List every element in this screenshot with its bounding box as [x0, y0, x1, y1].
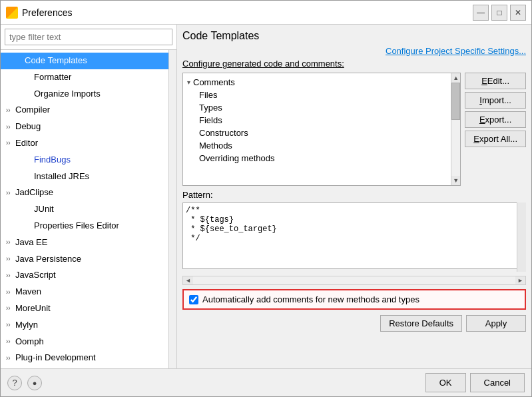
pattern-scrollbar — [517, 202, 526, 272]
configure-text: Configure generated code and comments: — [182, 59, 526, 69]
sidebar-item-label: Formatter — [34, 71, 71, 85]
search-input[interactable] — [5, 29, 172, 45]
configure-rest: generated code and comments: — [220, 59, 344, 69]
sidebar-item-properties-files-editor[interactable]: Properties Files Editor — [1, 218, 168, 234]
pattern-wrapper: /** * ${tags} * ${see_to_target} */ — [182, 202, 526, 272]
sidebar-item-mylyn[interactable]: › Mylyn — [1, 317, 168, 334]
configure-underline: Configure — [182, 59, 220, 69]
title-bar: Preferences — □ ✕ — [1, 1, 531, 25]
sidebar-item-label: Editor — [15, 137, 38, 151]
sidebar-item-java-persistence[interactable]: › Java Persistence — [1, 251, 168, 268]
cancel-button[interactable]: Cancel — [470, 373, 525, 392]
restore-defaults-button[interactable]: Restore Defaults — [380, 315, 462, 332]
sidebar-item-moreunit[interactable]: › MoreUnit — [1, 300, 168, 317]
left-panel: Code Templates Formatter Organize Import… — [1, 25, 177, 368]
sidebar-item-label: Mylyn — [15, 318, 38, 332]
edit-button[interactable]: EEdit... — [465, 73, 526, 89]
left-scrollbar — [168, 50, 176, 368]
sidebar-item-label: Plug-in Development — [15, 351, 96, 365]
sidebar-item-maven[interactable]: › Maven — [1, 284, 168, 300]
tree-expand-icon: › — [6, 303, 15, 314]
maximize-button[interactable]: □ — [491, 5, 507, 21]
window-controls: — □ ✕ — [473, 5, 526, 21]
export-all-button[interactable]: Export All... — [465, 131, 526, 147]
configure-project-link[interactable]: Configure Project Specific Settings... — [182, 46, 526, 56]
tree-expand-icon: › — [6, 336, 15, 347]
footer-icons: ? ● — [7, 376, 42, 390]
sidebar-item-debug[interactable]: › Debug — [1, 119, 168, 135]
tmpl-item-files[interactable]: Files — [183, 89, 451, 101]
template-tree-content: ▾ Comments Files Types Fields — [183, 73, 451, 185]
sidebar-item-findbugs[interactable]: FindBugs — [1, 152, 168, 169]
search-box — [1, 25, 176, 50]
main-content: Code Templates Formatter Organize Import… — [1, 25, 531, 368]
pattern-line-3: * ${see_to_target} — [186, 224, 513, 234]
bottom-buttons: Restore Defaults Apply — [182, 315, 526, 332]
tree-expand-icon: › — [6, 287, 15, 298]
tree-expand-icon: › — [6, 320, 15, 330]
sidebar-item-organize-imports[interactable]: Organize Imports — [1, 86, 168, 103]
tmpl-group-label: Comments — [193, 77, 235, 87]
tmpl-item-label: Constructors — [199, 128, 248, 138]
tmpl-group-comments[interactable]: ▾ Comments — [183, 76, 451, 89]
tmpl-item-types[interactable]: Types — [183, 101, 451, 114]
tmpl-collapse-icon: ▾ — [187, 79, 190, 86]
apply-button[interactable]: Apply — [466, 315, 526, 332]
pattern-box[interactable]: /** * ${tags} * ${see_to_target} */ — [182, 202, 526, 269]
sidebar-item-javascript[interactable]: › JavaScript — [1, 267, 168, 284]
sidebar-item-jadclipse[interactable]: › JadClipse — [1, 185, 168, 201]
sidebar-item-label: MoreUnit — [15, 302, 51, 316]
scroll-down-arrow[interactable]: ▼ — [451, 176, 460, 185]
tree-scroll-wrapper: Code Templates Formatter Organize Import… — [1, 50, 176, 368]
ok-button[interactable]: OK — [425, 373, 466, 392]
pattern-label: Pattern: — [182, 190, 526, 200]
tmpl-item-label: Fields — [199, 115, 222, 125]
sidebar-item-label: Oomph — [15, 335, 44, 349]
panel-title: Code Templates — [182, 30, 526, 42]
tree-expand-icon: › — [6, 138, 15, 149]
sidebar-item-editor[interactable]: › Editor — [1, 135, 168, 152]
sidebar-item-label: Maven — [15, 285, 41, 299]
sidebar-item-label: Compiler — [15, 103, 50, 117]
hscroll-left-arrow[interactable]: ◄ — [183, 277, 193, 284]
sidebar-item-plug-in-development[interactable]: › Plug-in Development — [1, 350, 168, 366]
tmpl-item-methods[interactable]: Methods — [183, 139, 451, 152]
sidebar-item-installed-jres[interactable]: Installed JREs — [1, 169, 168, 185]
window-title: Preferences — [22, 7, 473, 18]
sidebar-item-formatter[interactable]: Formatter — [1, 69, 168, 86]
export-all-label: xport All... — [479, 134, 517, 144]
tmpl-item-constructors[interactable]: Constructors — [183, 127, 451, 139]
sidebar-item-junit[interactable]: JUnit — [1, 201, 168, 218]
info-icon[interactable]: ● — [27, 376, 42, 390]
footer-main-buttons: OK Cancel — [425, 373, 525, 392]
sidebar-item-oomph[interactable]: › Oomph — [1, 334, 168, 350]
hscroll-right-arrow[interactable]: ► — [515, 277, 525, 284]
tmpl-item-label: Types — [199, 103, 222, 113]
tree-expand-icon: › — [6, 188, 15, 198]
tree-expand-icon: › — [6, 105, 15, 116]
pattern-line-4: */ — [186, 234, 513, 243]
sidebar-item-compiler[interactable]: › Compiler — [1, 102, 168, 119]
scroll-up-arrow[interactable]: ▲ — [451, 73, 460, 83]
apply-label: Apply — [485, 318, 507, 328]
help-icon[interactable]: ? — [7, 376, 22, 390]
tmpl-item-label: Methods — [199, 141, 232, 151]
export-button[interactable]: Export... — [465, 111, 526, 128]
restore-label: Restore Defaults — [389, 318, 453, 328]
import-button[interactable]: Import... — [465, 92, 526, 109]
tmpl-item-fields[interactable]: Fields — [183, 114, 451, 127]
sidebar-item-java-ee[interactable]: › Java EE — [1, 234, 168, 251]
tree-expand-icon: › — [6, 122, 15, 133]
minimize-button[interactable]: — — [473, 5, 489, 21]
cancel-label: Cancel — [484, 378, 511, 388]
sidebar-item-label: Java Persistence — [15, 252, 81, 266]
sidebar-item-code-templates[interactable]: Code Templates — [1, 53, 168, 69]
sidebar-item-label: JavaScript — [15, 268, 56, 282]
tmpl-item-overriding-methods[interactable]: Overriding methods — [183, 152, 451, 165]
horizontal-scrollbar: ◄ ► — [182, 276, 526, 285]
code-area: ▾ Comments Files Types Fields — [182, 73, 526, 186]
close-button[interactable]: ✕ — [510, 5, 526, 21]
hscroll-track — [193, 276, 515, 284]
auto-comments-checkbox[interactable] — [189, 295, 198, 304]
window-icon — [6, 7, 18, 19]
